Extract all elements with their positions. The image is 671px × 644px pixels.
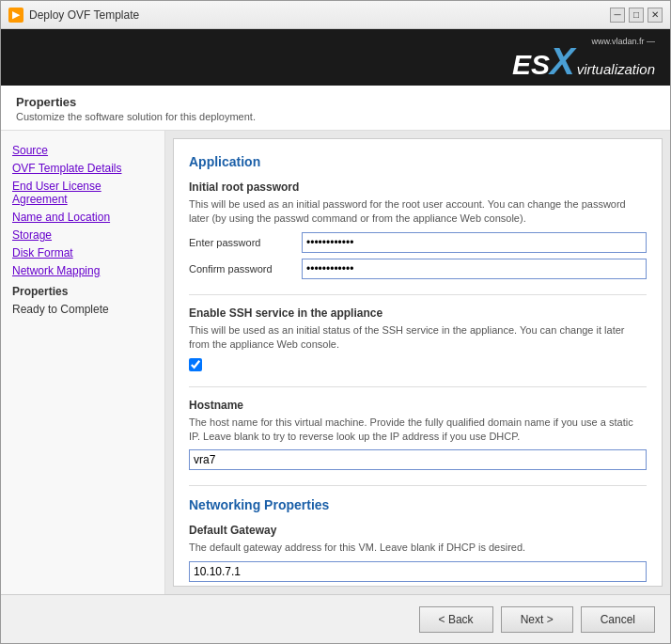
gateway-input[interactable]: [189, 561, 647, 582]
ssh-group: Enable SSH service in the appliance This…: [189, 306, 647, 371]
maximize-button[interactable]: □: [629, 8, 644, 23]
header-title: Properties: [16, 95, 655, 109]
content-panel: Application Initial root password This w…: [173, 138, 663, 587]
logo-url: www.vladan.fr —: [591, 37, 655, 46]
enter-password-label: Enter password: [189, 237, 302, 248]
next-button[interactable]: Next >: [501, 606, 573, 633]
title-bar-controls: ─ □ ✕: [610, 8, 663, 23]
password-group: Initial root password This will be used …: [189, 181, 647, 279]
hostname-description: The host name for this virtual machine. …: [189, 416, 647, 445]
networking-section-title: Networking Properties: [189, 497, 647, 512]
title-bar-left: ▶ Deploy OVF Template: [8, 8, 139, 23]
close-button[interactable]: ✕: [648, 8, 663, 23]
header-section: Properties Customize the software soluti…: [1, 86, 670, 131]
ssh-description: This will be used as an initial status o…: [189, 323, 647, 353]
ssh-title: Enable SSH service in the appliance: [189, 306, 647, 320]
logo-container: www.vladan.fr — ES X virtualization: [512, 37, 655, 79]
cancel-button[interactable]: Cancel: [581, 606, 655, 633]
password-title: Initial root password: [189, 181, 647, 194]
minimize-button[interactable]: ─: [610, 8, 625, 23]
header-description: Customize the software solution for this…: [16, 111, 655, 122]
content-area: Application Initial root password This w…: [165, 131, 670, 594]
enter-password-input[interactable]: [302, 232, 647, 253]
confirm-password-label: Confirm password: [189, 263, 302, 275]
sidebar-item-name-and-location[interactable]: Name and Location: [8, 209, 157, 226]
sidebar-item-ovf-template-details[interactable]: OVF Template Details: [8, 160, 157, 177]
sidebar-item-ready-to-complete[interactable]: Ready to Complete: [8, 301, 157, 318]
password-description: This will be used as an initial password…: [189, 197, 647, 227]
confirm-password-row: Confirm password: [189, 259, 647, 279]
sidebar-item-properties: Properties: [8, 283, 157, 300]
divider-1: [189, 294, 647, 295]
sidebar-item-eula[interactable]: End User License Agreement: [8, 178, 157, 208]
sidebar-item-disk-format[interactable]: Disk Format: [8, 244, 157, 261]
main-content: Source OVF Template Details End User Lic…: [1, 131, 670, 594]
back-button[interactable]: < Back: [419, 606, 493, 633]
gateway-group: Default Gateway The default gateway addr…: [189, 524, 647, 581]
hostname-input[interactable]: [189, 449, 647, 470]
ssh-checkbox-row: [189, 358, 647, 371]
divider-2: [189, 386, 647, 387]
main-window: ▶ Deploy OVF Template ─ □ ✕ www.vladan.f…: [0, 0, 671, 644]
logo-virtualization: virtualization: [577, 62, 655, 76]
logo-es: ES: [512, 51, 550, 79]
gateway-title: Default Gateway: [189, 524, 647, 537]
logo-bar: www.vladan.fr — ES X virtualization: [1, 29, 670, 86]
sidebar-item-network-mapping[interactable]: Network Mapping: [8, 262, 157, 279]
divider-3: [189, 485, 647, 486]
sidebar-item-source[interactable]: Source: [8, 142, 157, 159]
sidebar: Source OVF Template Details End User Lic…: [1, 131, 165, 594]
sidebar-item-storage[interactable]: Storage: [8, 227, 157, 243]
logo-x: X: [550, 46, 575, 76]
hostname-title: Hostname: [189, 399, 647, 412]
hostname-group: Hostname The host name for this virtual …: [189, 399, 647, 471]
gateway-description: The default gateway address for this VM.…: [189, 541, 647, 555]
application-section-title: Application: [189, 154, 647, 169]
title-bar: ▶ Deploy OVF Template ─ □ ✕: [1, 1, 670, 29]
logo-main: ES X virtualization: [512, 46, 655, 79]
window-icon: ▶: [8, 8, 23, 23]
ssh-checkbox[interactable]: [189, 358, 202, 371]
footer: < Back Next > Cancel: [1, 594, 670, 643]
enter-password-row: Enter password: [189, 232, 647, 253]
confirm-password-input[interactable]: [302, 259, 647, 279]
window-title: Deploy OVF Template: [29, 8, 139, 22]
